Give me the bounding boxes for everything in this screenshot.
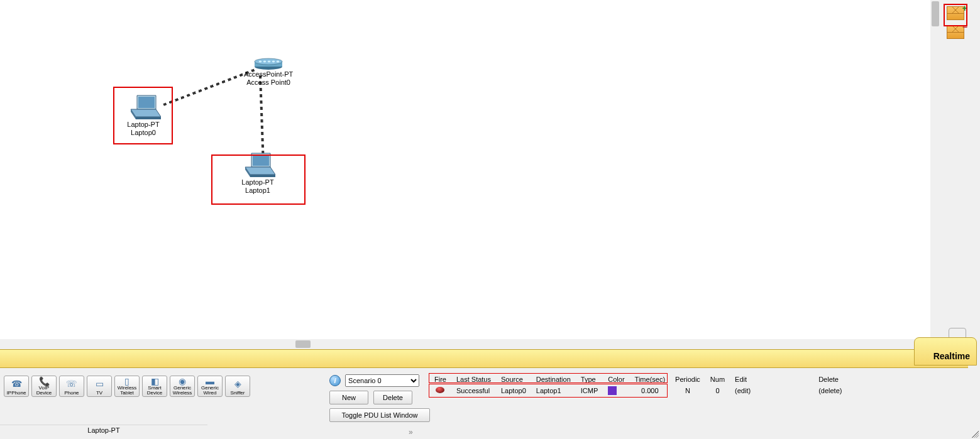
bottom-panel: ☎ IPPhone 📞 VoIP Device ☏ Phone ▭ TV ▯ W… xyxy=(0,368,980,439)
voip-icon: 📞 xyxy=(32,376,56,386)
cell-num: 0 xyxy=(705,384,730,397)
device-button-label: Smart Device xyxy=(143,386,167,396)
device-laptop0[interactable]: Laptop-PT Laptop0 xyxy=(126,94,161,137)
device-button-phone[interactable]: ☏ Phone xyxy=(59,376,84,397)
delete-scenario-button[interactable]: Delete xyxy=(373,391,412,404)
col-type[interactable]: Type xyxy=(576,374,603,384)
device-type-toolbar: ☎ IPPhone 📞 VoIP Device ☏ Phone ▭ TV ▯ W… xyxy=(4,376,250,397)
smart-device-icon: ◧ xyxy=(143,376,167,386)
device-type-label: Laptop-PT xyxy=(126,121,161,129)
cell-destination: Laptop1 xyxy=(531,384,576,397)
canvas-horizontal-scrollbar[interactable] xyxy=(0,339,930,349)
table-row[interactable]: Successful Laptop0 Laptop1 ICMP 0.000 N … xyxy=(429,384,847,397)
col-source[interactable]: Source xyxy=(496,374,531,384)
sniffer-icon: ◈ xyxy=(226,376,250,391)
svg-point-4 xyxy=(263,61,267,63)
col-last-status[interactable]: Last Status xyxy=(451,374,496,384)
col-destination[interactable]: Destination xyxy=(531,374,576,384)
device-button-tv[interactable]: ▭ TV xyxy=(87,376,112,397)
selected-device-status: Laptop-PT xyxy=(0,425,207,437)
info-icon[interactable]: i xyxy=(329,375,341,386)
add-complex-pdu-button[interactable] xyxy=(947,25,964,39)
cell-type: ICMP xyxy=(576,384,603,397)
col-periodic[interactable]: Periodic xyxy=(670,374,705,384)
device-button-sniffer[interactable]: ◈ Sniffer xyxy=(225,376,250,397)
device-button-label: Generic Wireless xyxy=(170,386,194,396)
svg-marker-10 xyxy=(131,109,161,117)
mode-divider-bar xyxy=(0,349,968,368)
expand-chevron-icon[interactable]: » xyxy=(409,428,414,436)
cell-edit-link[interactable]: (edit) xyxy=(730,384,756,397)
laptop-icon xyxy=(126,94,161,121)
col-num[interactable]: Num xyxy=(705,374,730,384)
device-name-label: Laptop0 xyxy=(126,129,161,137)
device-button-label: IPPhone xyxy=(4,391,28,396)
cell-source: Laptop0 xyxy=(496,384,531,397)
pdu-list-table: Fire Last Status Source Destination Type… xyxy=(429,374,847,397)
tv-icon: ▭ xyxy=(87,376,111,391)
tablet-icon: ▯ xyxy=(115,376,139,386)
svg-point-3 xyxy=(259,61,262,63)
device-name-label: Access Point0 xyxy=(244,79,293,87)
col-delete[interactable]: Delete xyxy=(756,374,847,384)
scrollbar-thumb[interactable] xyxy=(932,1,939,26)
svg-point-6 xyxy=(272,61,275,63)
device-button-label: TV xyxy=(87,391,111,396)
device-button-label: Generic Wired xyxy=(198,386,222,396)
device-button-voip[interactable]: 📞 VoIP Device xyxy=(31,376,57,397)
phone-icon: ☏ xyxy=(60,376,84,391)
device-type-label: AccessPoint-PT xyxy=(244,70,293,79)
device-button-wireless-tablet[interactable]: ▯ Wireless Tablet xyxy=(114,376,140,397)
svg-marker-9 xyxy=(138,97,155,108)
scenario-select[interactable]: Scenario 0 xyxy=(345,374,419,387)
resize-grip-icon[interactable] xyxy=(970,429,979,438)
col-time[interactable]: Time(sec) xyxy=(630,374,670,384)
scenario-panel: i Scenario 0 New Delete Toggle PDU List … xyxy=(329,374,427,422)
svg-point-5 xyxy=(268,61,271,63)
generic-wireless-icon: ◉ xyxy=(170,376,194,386)
cell-time: 0.000 xyxy=(630,384,670,397)
fire-indicator-icon xyxy=(436,387,444,393)
access-point-icon xyxy=(254,57,283,70)
cell-delete-link[interactable]: (delete) xyxy=(756,384,847,397)
svg-marker-17 xyxy=(250,175,275,177)
col-color[interactable]: Color xyxy=(603,374,629,384)
device-name-label: Laptop1 xyxy=(240,187,275,195)
device-button-label: Phone xyxy=(60,391,84,396)
svg-point-7 xyxy=(277,61,280,63)
cell-periodic: N xyxy=(670,384,705,397)
device-accesspoint0[interactable]: AccessPoint-PT Access Point0 xyxy=(244,57,293,87)
wireless-link-ap-laptop1 xyxy=(259,75,265,163)
device-button-generic-wireless[interactable]: ◉ Generic Wireless xyxy=(170,376,195,397)
topology-canvas[interactable]: AccessPoint-PT Access Point0 Laptop-PT L… xyxy=(0,0,930,339)
device-button-label: Sniffer xyxy=(226,391,250,396)
col-fire[interactable]: Fire xyxy=(429,374,451,384)
device-button-smart-device[interactable]: ◧ Smart Device xyxy=(142,376,167,397)
device-button-label: VoIP Device xyxy=(32,386,56,396)
canvas-vertical-scrollbar[interactable] xyxy=(930,0,940,339)
table-header-row: Fire Last Status Source Destination Type… xyxy=(429,374,847,384)
add-simple-pdu-button[interactable] xyxy=(947,6,964,20)
realtime-label: Realtime xyxy=(933,351,970,361)
device-button-label: Wireless Tablet xyxy=(115,386,139,396)
new-scenario-button[interactable]: New xyxy=(329,391,368,404)
device-type-label: Laptop-PT xyxy=(240,178,275,187)
ipphone-icon: ☎ xyxy=(4,376,28,391)
scrollbar-thumb[interactable] xyxy=(295,340,311,348)
svg-marker-12 xyxy=(136,117,161,119)
generic-wired-icon: ▬ xyxy=(198,376,222,386)
cell-last-status: Successful xyxy=(451,384,496,397)
wireless-link-ap-laptop0 xyxy=(163,69,255,106)
laptop-icon xyxy=(240,152,275,178)
device-button-generic-wired[interactable]: ▬ Generic Wired xyxy=(197,376,223,397)
realtime-mode-tab[interactable]: Realtime xyxy=(914,337,977,366)
device-laptop1[interactable]: Laptop-PT Laptop1 xyxy=(240,152,275,195)
toggle-pdu-list-button[interactable]: Toggle PDU List Window xyxy=(329,408,430,422)
device-button-ipphone[interactable]: ☎ IPPhone xyxy=(4,376,29,397)
svg-marker-15 xyxy=(245,167,275,175)
col-edit[interactable]: Edit xyxy=(730,374,756,384)
right-tool-panel xyxy=(944,0,980,339)
svg-marker-14 xyxy=(253,154,269,166)
color-swatch xyxy=(608,386,617,395)
